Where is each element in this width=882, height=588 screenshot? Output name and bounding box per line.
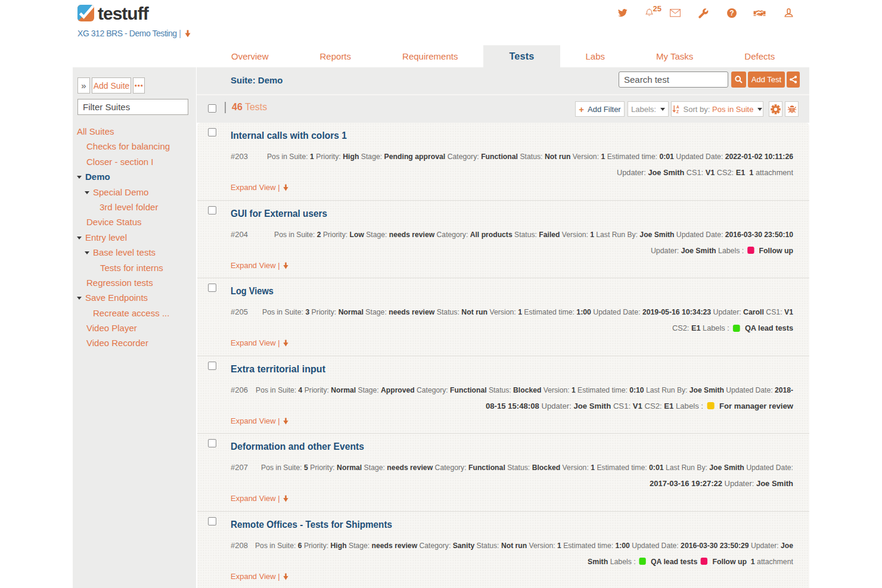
svg-text:Z: Z <box>676 110 679 114</box>
svg-text:A: A <box>676 105 679 109</box>
svg-text:?: ? <box>729 9 734 17</box>
